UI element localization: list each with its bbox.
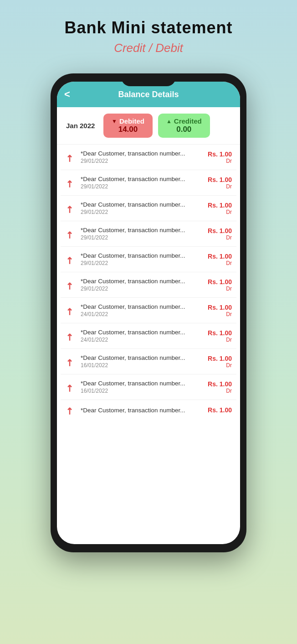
tx-amount: Rs. 1.00 xyxy=(208,380,232,388)
tx-info: *Dear Customer, transaction number... 16… xyxy=(81,380,203,394)
tx-info: *Dear Customer, transaction number... 24… xyxy=(81,303,203,317)
tx-amount: Rs. 1.00 xyxy=(208,304,232,311)
tx-type: Dr xyxy=(208,234,232,241)
transaction-item[interactable]: ↗ *Dear Customer, transaction number... … xyxy=(61,170,236,196)
tx-amount-section: Rs. 1.00 Dr xyxy=(208,355,232,369)
credit-label: Credited xyxy=(174,117,202,125)
tx-description: *Dear Customer, transaction number... xyxy=(81,380,203,387)
tx-description: *Dear Customer, transaction number... xyxy=(81,176,203,182)
partial-transaction-item: ↗ *Dear Customer, transaction number... … xyxy=(61,400,236,417)
credit-icon: ▲ xyxy=(166,118,172,125)
tx-date: 29/01/2022 xyxy=(81,260,203,266)
tx-amount: Rs. 1.00 xyxy=(208,355,232,362)
tx-type: Dr xyxy=(208,158,232,164)
tx-info: *Dear Customer, transaction number... 29… xyxy=(81,227,203,241)
tx-description: *Dear Customer, transaction number... xyxy=(81,278,203,285)
phone-shell: < Balance Details Jan 2022 ▼ Debited 14.… xyxy=(51,73,246,552)
tx-amount: Rs. 1.00 xyxy=(208,278,232,286)
tx-amount-section: Rs. 1.00 Dr xyxy=(208,253,232,266)
tx-type: Dr xyxy=(208,311,232,317)
partial-tx-info: *Dear Customer, transaction number... xyxy=(81,407,203,414)
page-title: Bank Mini statement xyxy=(64,18,232,37)
tx-date: 29/01/2022 xyxy=(81,183,203,190)
phone-notch xyxy=(121,73,176,86)
tx-type: Dr xyxy=(208,388,232,394)
partial-arrow-icon: ↗ xyxy=(63,402,78,418)
tx-amount-section: Rs. 1.00 Dr xyxy=(208,151,232,164)
debit-arrow-icon: ↗ xyxy=(63,277,78,293)
tx-amount-section: Rs. 1.00 Dr xyxy=(208,176,232,190)
debit-arrow-icon: ↗ xyxy=(63,303,78,318)
transaction-item[interactable]: ↗ *Dear Customer, transaction number... … xyxy=(61,374,236,400)
transaction-item[interactable]: ↗ *Dear Customer, transaction number... … xyxy=(61,323,236,349)
debit-icon: ▼ xyxy=(112,118,117,125)
debit-arrow-icon: ↗ xyxy=(63,226,78,242)
debit-arrow-icon: ↗ xyxy=(63,379,78,395)
tx-amount-section: Rs. 1.00 Dr xyxy=(208,304,232,317)
tx-amount-section: Rs. 1.00 Dr xyxy=(208,202,232,215)
tx-description: *Dear Customer, transaction number... xyxy=(81,252,203,259)
partial-tx-description: *Dear Customer, transaction number... xyxy=(81,407,203,414)
tx-info: *Dear Customer, transaction number... 29… xyxy=(81,252,203,266)
tx-description: *Dear Customer, transaction number... xyxy=(81,329,203,336)
tx-type: Dr xyxy=(208,209,232,215)
month-label: Jan 2022 xyxy=(66,122,98,130)
tx-date: 29/01/2022 xyxy=(81,234,203,241)
tx-info: *Dear Customer, transaction number... 24… xyxy=(81,329,203,343)
tx-type: Dr xyxy=(208,286,232,292)
partial-tx-amount-section: Rs. 1.00 xyxy=(208,406,232,414)
credit-amount: 0.00 xyxy=(176,125,191,134)
tx-type: Dr xyxy=(208,183,232,190)
transaction-item[interactable]: ↗ *Dear Customer, transaction number... … xyxy=(61,272,236,298)
balance-section: Jan 2022 ▼ Debited 14.00 ▲ Credited 0.00 xyxy=(57,107,240,145)
tx-date: 16/01/2022 xyxy=(81,362,203,369)
screen-title: Balance Details xyxy=(118,90,179,99)
tx-info: *Dear Customer, transaction number... 16… xyxy=(81,354,203,369)
credit-label-row: ▲ Credited xyxy=(166,117,202,125)
tx-description: *Dear Customer, transaction number... xyxy=(81,150,203,157)
tx-date: 29/01/2022 xyxy=(81,209,203,215)
debit-box: ▼ Debited 14.00 xyxy=(103,114,153,138)
partial-tx-amount: Rs. 1.00 xyxy=(208,406,232,414)
tx-amount: Rs. 1.00 xyxy=(208,202,232,209)
debit-arrow-icon: ↗ xyxy=(63,175,78,191)
transaction-item[interactable]: ↗ *Dear Customer, transaction number... … xyxy=(61,145,236,170)
tx-amount: Rs. 1.00 xyxy=(208,151,232,158)
tx-info: *Dear Customer, transaction number... 29… xyxy=(81,150,203,164)
tx-date: 29/01/2022 xyxy=(81,286,203,292)
tx-amount: Rs. 1.00 xyxy=(208,329,232,337)
tx-info: *Dear Customer, transaction number... 29… xyxy=(81,201,203,215)
tx-date: 24/01/2022 xyxy=(81,311,203,317)
tx-info: *Dear Customer, transaction number... 29… xyxy=(81,176,203,190)
tx-type: Dr xyxy=(208,337,232,343)
page-subtitle: Credit / Debit xyxy=(64,41,232,55)
tx-type: Dr xyxy=(208,362,232,369)
transaction-item[interactable]: ↗ *Dear Customer, transaction number... … xyxy=(61,349,236,374)
debit-arrow-icon: ↗ xyxy=(63,201,78,216)
debit-amount: 14.00 xyxy=(118,125,138,134)
debit-arrow-icon: ↗ xyxy=(63,354,78,369)
tx-amount: Rs. 1.00 xyxy=(208,227,232,234)
back-button[interactable]: < xyxy=(64,88,70,100)
tx-amount-section: Rs. 1.00 Dr xyxy=(208,278,232,292)
transaction-item[interactable]: ↗ *Dear Customer, transaction number... … xyxy=(61,247,236,272)
tx-info: *Dear Customer, transaction number... 29… xyxy=(81,278,203,292)
debit-label-row: ▼ Debited xyxy=(112,117,144,125)
tx-date: 16/01/2022 xyxy=(81,388,203,394)
page-header: Bank Mini statement Credit / Debit xyxy=(64,18,232,55)
debit-arrow-icon: ↗ xyxy=(63,252,78,267)
transaction-item[interactable]: ↗ *Dear Customer, transaction number... … xyxy=(61,298,236,323)
tx-amount: Rs. 1.00 xyxy=(208,176,232,183)
transaction-item[interactable]: ↗ *Dear Customer, transaction number... … xyxy=(61,221,236,247)
transaction-list[interactable]: ↗ *Dear Customer, transaction number... … xyxy=(57,145,240,544)
tx-type: Dr xyxy=(208,260,232,266)
tx-amount-section: Rs. 1.00 Dr xyxy=(208,380,232,394)
tx-date: 29/01/2022 xyxy=(81,158,203,164)
debit-arrow-icon: ↗ xyxy=(63,328,78,344)
transaction-item[interactable]: ↗ *Dear Customer, transaction number... … xyxy=(61,196,236,221)
tx-description: *Dear Customer, transaction number... xyxy=(81,227,203,234)
tx-description: *Dear Customer, transaction number... xyxy=(81,354,203,361)
tx-amount-section: Rs. 1.00 Dr xyxy=(208,227,232,241)
tx-description: *Dear Customer, transaction number... xyxy=(81,201,203,208)
debit-arrow-icon: ↗ xyxy=(63,150,78,165)
